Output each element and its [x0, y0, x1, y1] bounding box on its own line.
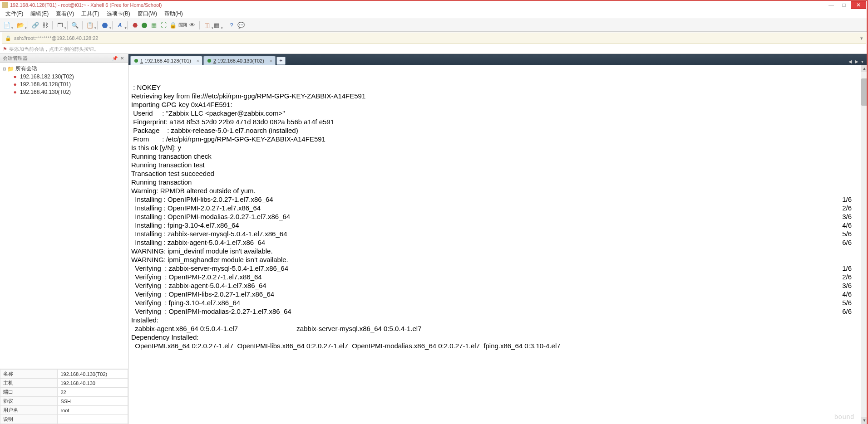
menubar: 文件(F) 编辑(E) 查看(V) 工具(T) 选项卡(B) 窗口(W) 帮助(… [0, 9, 868, 19]
tab-close-icon[interactable]: × [269, 58, 272, 63]
address-dropdown-icon[interactable]: ▾ [860, 35, 863, 41]
tab-status-dot-icon [134, 59, 138, 63]
menu-window[interactable]: 窗口(W) [134, 9, 161, 19]
tab-num: 2 [213, 58, 216, 63]
menu-tools[interactable]: 工具(T) [78, 9, 103, 19]
folder-icon: 📁 [7, 66, 14, 72]
prop-row: 用户名root [0, 406, 128, 415]
prop-row: 说明 [0, 415, 128, 424]
session-icon: ● [12, 89, 18, 95]
prop-key: 端口 [0, 388, 58, 397]
toolbar-reconnect-icon[interactable]: 🔗 [31, 21, 39, 29]
window-close-button[interactable]: ✕ [851, 1, 866, 9]
lock-icon: 🔒 [5, 35, 11, 41]
menu-file[interactable]: 文件(F) [2, 9, 27, 19]
tab-num: 1 [140, 58, 143, 63]
prop-key: 主机 [0, 379, 58, 388]
toolbar-properties-icon[interactable]: 🗔 [56, 21, 64, 29]
prop-val: 192.168.40.130(T02) [58, 370, 128, 379]
hint-bar: ⚑ 要添加当前会话，点击左侧的箭头按钮。 [0, 44, 868, 54]
tab-status-dot-icon [207, 59, 211, 63]
tab-close-icon[interactable]: × [197, 58, 199, 63]
toolbar: 📄 📂 🔗 ⛓ 🗔 🔍 📋 A ⬣ ▦ ⛶ 🔒 ⌨ 👁 ◫ ▦ ? 💬 [0, 19, 868, 32]
toolbar-xlpd-icon[interactable]: ▦ [150, 21, 158, 29]
toolbar-eye-icon[interactable]: 👁 [188, 21, 196, 29]
prop-row: 主机192.168.40.130 [0, 379, 128, 388]
menu-edit[interactable]: 编辑(E) [27, 9, 52, 19]
toolbar-keyboard-icon[interactable]: ⌨ [178, 21, 187, 29]
toolbar-color-icon[interactable] [101, 21, 109, 29]
toolbar-help-icon[interactable]: ? [227, 21, 236, 29]
toolbar-copy-icon[interactable]: 📋 [86, 21, 94, 29]
prop-val: root [58, 406, 128, 415]
toolbar-search-icon[interactable]: 🔍 [71, 21, 79, 29]
prop-row: 协议SSH [0, 397, 128, 406]
prop-val: 192.168.40.130 [58, 379, 128, 388]
toolbar-xftp-icon[interactable] [140, 21, 148, 29]
session-label: 192.168.40.128(T01) [20, 81, 71, 88]
hint-text: 要添加当前会话，点击左侧的箭头按钮。 [9, 46, 99, 53]
properties-panel: 名称192.168.40.130(T02) 主机192.168.40.130 端… [0, 369, 128, 424]
tab-session-2[interactable]: 2 192.168.40.130(T02) × [203, 56, 276, 65]
toolbar-chat-icon[interactable]: 💬 [237, 21, 245, 29]
session-tree[interactable]: ⊟ 📁 所有会话 ● 192.168.182.130(T02) ● 192.16… [0, 63, 128, 369]
tab-label: 192.168.40.128(T01) [144, 58, 191, 63]
address-bar[interactable]: 🔒 ssh://root:********@192.168.40.128:22 … [2, 33, 866, 44]
window-titlebar: 192.168.40.128(T01) - root@t01:~ - Xshel… [0, 0, 868, 9]
session-item[interactable]: ● 192.168.40.130(T02) [1, 88, 127, 96]
new-tab-button[interactable]: + [276, 57, 286, 65]
window-maximize-button[interactable]: □ [838, 1, 850, 9]
prop-val [58, 415, 128, 424]
toolbar-layout-icon[interactable]: ◫ [203, 21, 211, 29]
window-title: 192.168.40.128(T01) - root@t01:~ - Xshel… [10, 2, 162, 8]
prop-key: 协议 [0, 397, 58, 406]
prop-val: 22 [58, 388, 128, 397]
app-icon [2, 2, 8, 8]
hint-flag-icon: ⚑ [3, 46, 7, 52]
session-manager-panel: 会话管理器 📌 ✕ ⊟ 📁 所有会话 ● 192.168.182.130(T02… [0, 54, 128, 424]
tab-list-icon[interactable]: ▾ [860, 58, 864, 65]
document-tabs: 1 192.168.40.128(T01) × 2 192.168.40.130… [128, 54, 868, 65]
prop-row: 端口22 [0, 388, 128, 397]
session-item[interactable]: ● 192.168.182.130(T02) [1, 73, 127, 80]
panel-close-icon[interactable]: ✕ [119, 55, 125, 62]
tree-collapse-icon[interactable]: ⊟ [3, 67, 7, 71]
watermark: bound [834, 413, 854, 421]
prop-key: 说明 [0, 415, 58, 424]
tab-label: 192.168.40.130(T02) [217, 58, 264, 63]
session-label: 192.168.40.130(T02) [20, 89, 71, 95]
prop-key: 用户名 [0, 406, 58, 415]
menu-view[interactable]: 查看(V) [52, 9, 78, 19]
tab-prev-icon[interactable]: ◀ [848, 58, 853, 65]
menu-help[interactable]: 帮助(H) [161, 9, 187, 19]
session-item[interactable]: ● 192.168.40.128(T01) [1, 80, 127, 88]
terminal-output[interactable]: : NOKEYRetrieving key from file:///etc/p… [128, 65, 868, 424]
toolbar-grid-icon[interactable]: ▦ [212, 21, 221, 29]
tree-root-label: 所有会话 [15, 65, 37, 73]
address-text: ssh://root:********@192.168.40.128:22 [14, 35, 98, 41]
tab-session-1[interactable]: 1 192.168.40.128(T01) × [130, 56, 202, 65]
panel-title: 会话管理器 [3, 55, 28, 62]
toolbar-xagent-icon[interactable]: ⬣ [131, 21, 139, 29]
window-minimize-button[interactable]: — [825, 1, 837, 9]
toolbar-disconnect-icon[interactable]: ⛓ [41, 21, 49, 29]
terminal-panel: 1 192.168.40.128(T01) × 2 192.168.40.130… [128, 54, 868, 424]
toolbar-lock-icon[interactable]: 🔒 [169, 21, 177, 29]
prop-val: SSH [58, 397, 128, 406]
toolbar-new-icon[interactable]: 📄 [3, 21, 11, 29]
panel-header: 会话管理器 📌 ✕ [0, 54, 128, 63]
toolbar-font-icon[interactable]: A [116, 21, 124, 29]
toolbar-open-icon[interactable]: 📂 [16, 21, 25, 29]
panel-pin-icon[interactable]: 📌 [112, 55, 118, 62]
prop-key: 名称 [0, 370, 58, 379]
menu-tabs[interactable]: 选项卡(B) [103, 9, 134, 19]
toolbar-fullscreen-icon[interactable]: ⛶ [159, 21, 168, 29]
session-label: 192.168.182.130(T02) [20, 73, 74, 80]
session-icon: ● [12, 81, 18, 88]
tab-next-icon[interactable]: ▶ [854, 58, 859, 65]
tree-root[interactable]: ⊟ 📁 所有会话 [1, 65, 127, 73]
session-icon: ● [12, 73, 18, 80]
prop-row: 名称192.168.40.130(T02) [0, 370, 128, 379]
